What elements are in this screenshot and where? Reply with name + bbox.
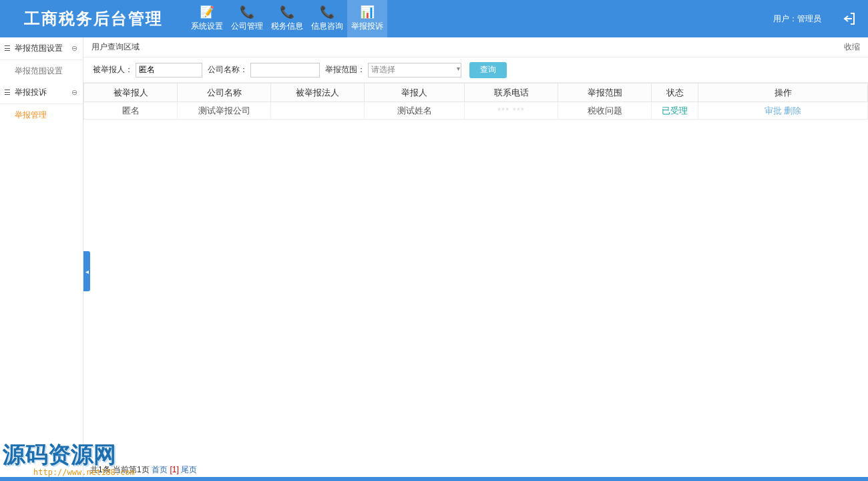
minus-circle-icon: ⊖ [71,44,77,53]
label-company: 公司名称： [208,64,248,75]
cell-phone: *** *** [465,102,558,120]
op-delete-link[interactable]: 删除 [784,106,801,116]
query-panel-header: 用户查询区域 收缩 [83,37,868,57]
input-company[interactable] [250,63,320,77]
nav-label: 系统设置 [191,21,223,32]
col-reporter: 举报人 [365,84,465,102]
select-scope[interactable]: 请选择 [368,63,461,77]
top-header: 工商税务后台管理 📝 系统设置 📞 公司管理 📞 税务信息 📞 信息咨询 📊 举… [0,0,868,37]
sidebar-item-label: 举报管理 [15,110,47,121]
current-user: 用户：管理员 [773,0,821,37]
col-phone: 联系电话 [465,84,558,102]
footer-strip [0,477,868,481]
cell-company: 测试举报公司 [178,102,271,120]
nav-label: 信息咨询 [311,21,343,32]
col-reported: 被举报人 [84,84,178,102]
label-reported: 被举报人： [93,64,133,75]
cell-status: 已受理 [652,102,698,120]
cell-legal [271,102,365,120]
app-logo: 工商税务后台管理 [0,0,187,37]
menu-icon: ☰ [4,44,11,53]
sidebar-item-report-mgmt[interactable]: 举报管理 [0,104,83,126]
col-company: 公司名称 [178,84,271,102]
phone-icon: 📞 [240,6,254,18]
cell-scope: 税收问题 [558,102,652,120]
chart-icon: 📊 [360,6,375,18]
pager-current: [1] [170,465,178,474]
table-row: 匿名 测试举报公司 测试姓名 *** *** 税收问题 已受理 审批 删除 [84,102,868,120]
cell-ops: 审批 删除 [698,102,868,120]
nav-report-complaint[interactable]: 📊 举报投诉 [347,0,387,37]
nav-label: 税务信息 [271,21,303,32]
main-content: 用户查询区域 收缩 被举报人： 公司名称： 举报范围： 请选择 ▾ 查询 被举报… [83,37,868,481]
cell-reporter: 测试姓名 [365,102,465,120]
sidebar-collapse-handle[interactable]: ◂ [83,251,90,291]
nav-info-consult[interactable]: 📞 信息咨询 [307,0,347,37]
logout-icon[interactable] [841,0,857,37]
sidebar: ☰ 举报范围设置 ⊖ 举报范围设置 ☰ 举报投诉 ⊖ 举报管理 [0,37,83,481]
sidebar-group-label: 举报范围设置 [15,43,67,54]
col-status: 状态 [652,84,698,102]
results-table: 被举报人 公司名称 被举报法人 举报人 联系电话 举报范围 状态 操作 匿名 测… [83,83,868,120]
label-scope: 举报范围： [325,64,365,75]
sidebar-group-label: 举报投诉 [15,87,67,98]
phone-icon: 📞 [320,6,335,18]
sidebar-group-report-scope[interactable]: ☰ 举报范围设置 ⊖ [0,37,83,60]
minus-circle-icon: ⊖ [71,88,77,97]
edit-icon: 📝 [200,6,214,18]
table-header-row: 被举报人 公司名称 被举报法人 举报人 联系电话 举报范围 状态 操作 [84,84,868,102]
top-nav: 📝 系统设置 📞 公司管理 📞 税务信息 📞 信息咨询 📊 举报投诉 [187,0,387,37]
nav-label: 公司管理 [231,21,263,32]
nav-tax-info[interactable]: 📞 税务信息 [267,0,307,37]
phone-icon: 📞 [280,6,294,18]
sidebar-item-label: 举报范围设置 [15,65,63,77]
sidebar-item-report-scope-settings[interactable]: 举报范围设置 [0,60,83,82]
search-bar: 被举报人： 公司名称： 举报范围： 请选择 ▾ 查询 [83,57,868,83]
menu-icon: ☰ [4,88,11,97]
pager-summary: 共1条 当前第1页 [90,465,150,474]
pagination: 共1条 当前第1页 首页 [1] 尾页 [83,464,204,476]
query-button[interactable]: 查询 [469,62,507,78]
nav-system-settings[interactable]: 📝 系统设置 [187,0,227,37]
nav-label: 举报投诉 [351,21,383,32]
input-reported[interactable] [136,63,202,77]
col-legal: 被举报法人 [271,84,365,102]
pager-last[interactable]: 尾页 [181,465,197,474]
panel-collapse-link[interactable]: 收缩 [844,41,860,53]
pager-first[interactable]: 首页 [152,465,168,474]
cell-reported: 匿名 [84,102,178,120]
panel-title: 用户查询区域 [91,41,140,53]
col-ops: 操作 [698,84,868,102]
sidebar-group-report-complaint[interactable]: ☰ 举报投诉 ⊖ [0,82,83,104]
op-approve-link[interactable]: 审批 [765,106,782,116]
nav-company-mgmt[interactable]: 📞 公司管理 [227,0,267,37]
col-scope: 举报范围 [558,84,652,102]
